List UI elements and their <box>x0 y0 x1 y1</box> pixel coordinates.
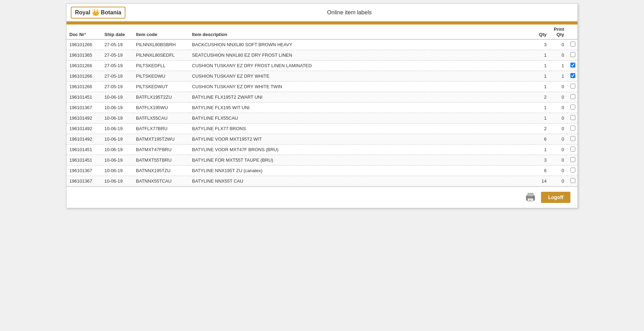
cell-checkbox[interactable] <box>567 176 577 186</box>
cell-checkbox[interactable] <box>567 103 577 113</box>
cell-checkbox[interactable] <box>567 40 577 50</box>
cell-qty: 3 <box>534 155 549 166</box>
cell-qty: 1 <box>534 71 549 82</box>
crown-icon: 👑 <box>92 9 100 16</box>
cell-item-code: PILTSKEDWU <box>133 71 189 82</box>
table-row: 19610126627-05-19PILTSKEDFLLCUSHION TUSK… <box>67 61 577 71</box>
cell-item-desc: CUSHION TUSKANY EZ DRY WHITE TWIN <box>189 82 534 92</box>
row-checkbox[interactable] <box>570 42 575 47</box>
cell-doc: 196101266 <box>67 61 102 71</box>
cell-checkbox[interactable] <box>567 71 577 82</box>
cell-qty: 6 <box>534 166 549 176</box>
table-row: 19610149210-06-19BATFLX55CAUBATYLINE FLX… <box>67 113 577 124</box>
cell-ship: 10-06-19 <box>102 166 133 176</box>
cell-item-code: PILNNXL80BSBRH <box>133 40 189 50</box>
svg-point-5 <box>533 197 534 198</box>
cell-print-qty: 0 <box>549 113 567 124</box>
cell-doc: 196101266 <box>67 71 102 82</box>
cell-print-qty: 0 <box>549 155 567 166</box>
cell-checkbox[interactable] <box>567 50 577 61</box>
cell-checkbox[interactable] <box>567 92 577 103</box>
row-checkbox[interactable] <box>570 94 575 99</box>
cell-item-code: BATFLX195WU <box>133 103 189 113</box>
cell-checkbox[interactable] <box>567 166 577 176</box>
cell-checkbox[interactable] <box>567 155 577 166</box>
table-container[interactable]: Doc Nr° Ship date Item code Item descrip… <box>67 24 577 187</box>
page-title: Online item labels <box>125 9 573 16</box>
cell-doc: 196101451 <box>67 155 102 166</box>
cell-doc: 196101365 <box>67 50 102 61</box>
logo-text-botania: Botania <box>101 9 122 16</box>
cell-item-desc: CUSHION TUSKANY EZ DRY FROST LINEN LAMIN… <box>189 61 534 71</box>
cell-item-desc: BATYLINE FLX77 BRONS <box>189 124 534 134</box>
print-button[interactable] <box>524 191 537 204</box>
row-checkbox[interactable] <box>570 136 575 141</box>
page-container: Royal 👑 Botania Online item labels Doc N… <box>66 3 578 208</box>
items-table: Doc Nr° Ship date Item code Item descrip… <box>67 24 577 186</box>
cell-item-desc: BATYLINE FLX195T2 ZWART UNI <box>189 92 534 103</box>
logoff-button[interactable]: Logoff <box>541 192 570 203</box>
cell-checkbox[interactable] <box>567 124 577 134</box>
cell-item-code: BATMXT47FBRU <box>133 145 189 155</box>
cell-qty: 1 <box>534 82 549 92</box>
table-row: 19610126627-05-19PILTSKEDWUCUSHION TUSKA… <box>67 71 577 82</box>
cell-item-desc: SEATCUSHION NNXL80 EZ DRY FROST LINEN <box>189 50 534 61</box>
table-row: 19610145110-06-19BATMXT55TBRUBATYLINE FO… <box>67 155 577 166</box>
row-checkbox[interactable] <box>570 115 575 120</box>
cell-checkbox[interactable] <box>567 134 577 145</box>
cell-qty: 1 <box>534 50 549 61</box>
cell-ship: 27-05-19 <box>102 50 133 61</box>
cell-qty: 2 <box>534 92 549 103</box>
cell-item-code: PILTSKEDWUT <box>133 82 189 92</box>
footer: Logoff <box>67 187 577 208</box>
cell-ship: 10-06-19 <box>102 113 133 124</box>
cell-item-code: BATFLX195T2ZU <box>133 92 189 103</box>
cell-ship: 10-06-19 <box>102 155 133 166</box>
cell-checkbox[interactable] <box>567 82 577 92</box>
printer-icon <box>525 192 536 203</box>
cell-item-desc: BATYLINE FOR MXT55T TAUPE (BRU) <box>189 155 534 166</box>
row-checkbox[interactable] <box>570 147 575 152</box>
table-row: 19610145110-06-19BATFLX195T2ZUBATYLINE F… <box>67 92 577 103</box>
svg-rect-1 <box>528 193 533 196</box>
row-checkbox[interactable] <box>570 168 575 172</box>
col-header-qty: Qty <box>534 24 549 40</box>
svg-rect-4 <box>529 200 531 201</box>
cell-item-code: BATNNX195TZU <box>133 166 189 176</box>
cell-checkbox[interactable] <box>567 61 577 71</box>
row-checkbox[interactable] <box>570 105 575 110</box>
cell-item-desc: BATYLINE VOOR MXT195T2 WIT <box>189 134 534 145</box>
row-checkbox[interactable] <box>570 126 575 131</box>
cell-ship: 10-06-19 <box>102 134 133 145</box>
cell-print-qty: 0 <box>549 166 567 176</box>
row-checkbox[interactable] <box>570 63 575 68</box>
col-header-printqty: PrintQty <box>549 24 567 40</box>
row-checkbox[interactable] <box>570 157 575 162</box>
cell-print-qty: 0 <box>549 50 567 61</box>
cell-qty: 14 <box>534 176 549 186</box>
cell-qty: 1 <box>534 61 549 71</box>
table-row: 19610145110-06-19BATMXT47FBRUBATYLINE VO… <box>67 145 577 155</box>
cell-print-qty: 0 <box>549 40 567 50</box>
cell-item-desc: BATYLINE VOOR MXT47F BRONS (BRU) <box>189 145 534 155</box>
cell-checkbox[interactable] <box>567 145 577 155</box>
cell-qty: 1 <box>534 145 549 155</box>
cell-checkbox[interactable] <box>567 113 577 124</box>
cell-item-code: PILNNXL80SEDFL <box>133 50 189 61</box>
cell-item-code: PILTSKEDFLL <box>133 61 189 71</box>
row-checkbox[interactable] <box>570 178 575 183</box>
cell-doc: 196101266 <box>67 40 102 50</box>
row-checkbox[interactable] <box>570 73 575 78</box>
row-checkbox[interactable] <box>570 52 575 57</box>
table-row: 19610149210-06-19BATFLX77BRUBATYLINE FLX… <box>67 124 577 134</box>
row-checkbox[interactable] <box>570 84 575 89</box>
cell-item-desc: BATYLINE FLX195 WIT UNI <box>189 103 534 113</box>
cell-print-qty: 0 <box>549 134 567 145</box>
cell-item-code: BATFLX55CAU <box>133 113 189 124</box>
table-row: 19610126627-05-19PILTSKEDWUTCUSHION TUSK… <box>67 82 577 92</box>
cell-doc: 196101367 <box>67 166 102 176</box>
table-header-row: Doc Nr° Ship date Item code Item descrip… <box>67 24 577 40</box>
cell-ship: 10-06-19 <box>102 92 133 103</box>
col-header-desc: Item description <box>189 24 534 40</box>
cell-item-code: BATNNX55TCAU <box>133 176 189 186</box>
